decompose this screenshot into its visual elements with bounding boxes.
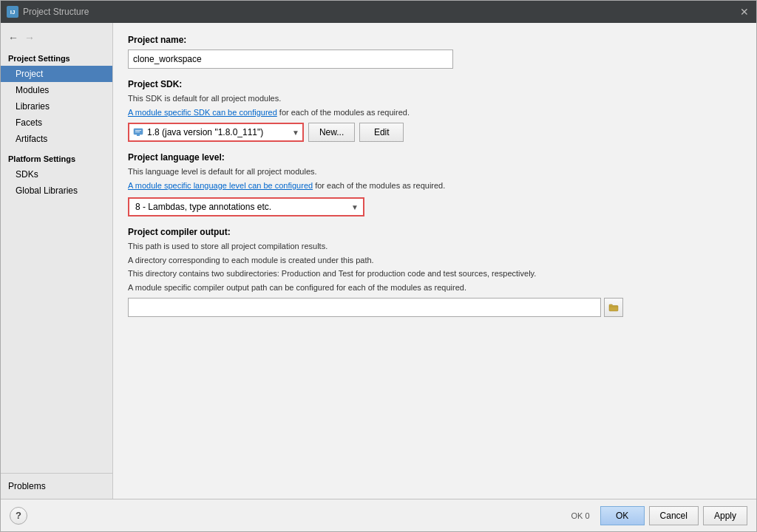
sdk-desc1: This SDK is default for all project modu…	[128, 92, 741, 105]
compiler-desc1: This path is used to store all project c…	[128, 240, 741, 253]
footer-left: ?	[10, 507, 27, 525]
close-button[interactable]: ✕	[739, 6, 750, 18]
language-configure-link[interactable]: A module specific language level can be …	[128, 181, 313, 190]
footer: ? OK 0 OK Cancel Apply	[1, 499, 756, 531]
svg-rect-5	[137, 134, 140, 136]
language-desc2: A module specific language level can be …	[128, 180, 741, 192]
ok-button[interactable]: OK	[600, 506, 645, 525]
content-area: Project name: Project SDK: This SDK is d…	[113, 23, 756, 499]
sdk-section: Project SDK: This SDK is default for all…	[128, 79, 741, 142]
title-bar-text: Project Structure	[23, 7, 739, 17]
sdk-desc2: A module specific SDK can be configured …	[128, 106, 741, 119]
svg-rect-4	[135, 132, 140, 132]
sdk-select-wrapper: 1.8 (java version "1.8.0_111") ▼	[128, 123, 304, 142]
project-sdk-label: Project SDK:	[128, 79, 741, 89]
sidebar-item-sdks[interactable]: SDKs	[1, 166, 112, 183]
language-section: Project language level: This language le…	[128, 152, 741, 216]
sdk-row: 1.8 (java version "1.8.0_111") ▼ New... …	[128, 123, 741, 142]
sdk-select[interactable]: 1.8 (java version "1.8.0_111")	[144, 124, 292, 140]
project-name-label: Project name:	[128, 35, 741, 45]
main-content: ← → Project Settings Project Modules Lib…	[1, 23, 756, 499]
sidebar-item-global-libraries[interactable]: Global Libraries	[1, 183, 112, 199]
compiler-desc4: A module specific compiler output path c…	[128, 282, 741, 294]
project-name-input[interactable]	[128, 50, 453, 69]
apply-button[interactable]: Apply	[703, 506, 747, 525]
svg-rect-3	[135, 130, 141, 131]
platform-settings-label: Platform Settings	[1, 150, 112, 166]
sidebar-item-artifacts[interactable]: Artifacts	[1, 131, 112, 147]
cancel-button[interactable]: Cancel	[649, 506, 699, 525]
compiler-desc3: This directory contains two subdirectori…	[128, 267, 741, 280]
sidebar-item-libraries[interactable]: Libraries	[1, 98, 112, 115]
sdk-dropdown-arrow: ▼	[292, 129, 299, 137]
sdk-edit-button[interactable]: Edit	[359, 123, 404, 142]
language-select[interactable]: 8 - Lambdas, type annotations etc.	[129, 199, 351, 215]
compiler-output-label: Project compiler output:	[128, 227, 741, 237]
app-icon: IJ	[7, 6, 18, 18]
sidebar-item-problems[interactable]: Problems	[1, 478, 112, 494]
back-button[interactable]: ←	[7, 32, 20, 44]
compiler-output-input[interactable]	[128, 298, 601, 317]
svg-text:IJ: IJ	[10, 9, 16, 16]
project-structure-dialog: IJ Project Structure ✕ ← → Project Setti…	[0, 0, 757, 532]
ok-status: OK 0	[571, 511, 590, 520]
language-dropdown-arrow: ▼	[351, 203, 359, 211]
help-button[interactable]: ?	[10, 507, 27, 525]
sdk-configure-link[interactable]: A module specific SDK can be configured	[128, 108, 277, 117]
language-label: Project language level:	[128, 152, 741, 163]
project-name-row	[128, 50, 741, 69]
project-settings-label: Project Settings	[1, 50, 112, 66]
sidebar-item-project[interactable]: Project	[1, 66, 112, 82]
browse-folder-button[interactable]	[604, 298, 623, 317]
sdk-icon	[132, 126, 144, 138]
sdk-new-button[interactable]: New...	[308, 123, 355, 142]
language-desc1: This language level is default for all p…	[128, 166, 741, 178]
language-select-wrapper: 8 - Lambdas, type annotations etc. ▼	[128, 197, 364, 216]
compiler-output-row	[128, 298, 741, 317]
sidebar: ← → Project Settings Project Modules Lib…	[1, 23, 113, 499]
sidebar-item-facets[interactable]: Facets	[1, 115, 112, 131]
compiler-section: Project compiler output: This path is us…	[128, 227, 741, 317]
title-bar: IJ Project Structure ✕	[1, 1, 756, 23]
compiler-desc2: A directory corresponding to each module…	[128, 254, 741, 267]
sidebar-item-modules[interactable]: Modules	[1, 82, 112, 98]
forward-button[interactable]: →	[23, 32, 36, 44]
